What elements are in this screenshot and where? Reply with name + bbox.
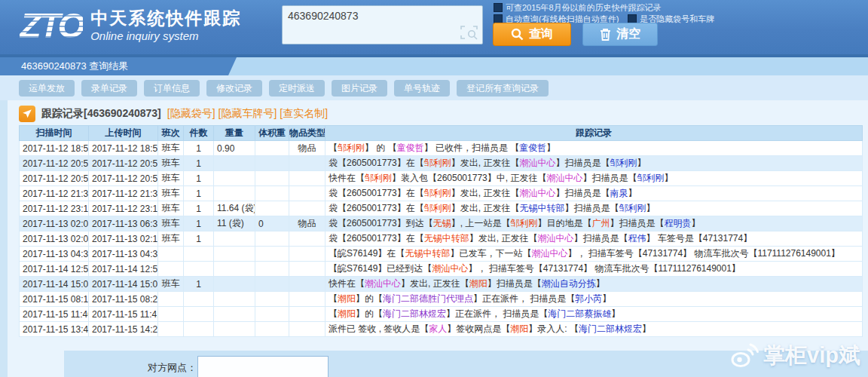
record-segment: 郭小芮 — [575, 293, 602, 304]
column-header: 体积重 — [255, 126, 289, 141]
record-segment: 海门二部德胜门代理点 — [383, 293, 473, 304]
toolbar-button-7[interactable]: 单号轨迹 — [394, 80, 450, 97]
cell-scan-time: 2017-11-14 15:06 — [20, 277, 89, 292]
cell-upload-time: 2017-11-12 21:39 — [89, 186, 158, 201]
record-segment: 潮汕中心 — [537, 233, 573, 244]
cell-weight: 11.64 (袋) — [214, 201, 255, 216]
toolbar-button-6[interactable]: 图片记录 — [332, 80, 387, 97]
record-segment: 潮汕中心 — [365, 278, 401, 289]
record-segment: 邹利刚 — [610, 158, 637, 168]
cell-tracking-record: 袋【2605001773】到达【无锡】, 上一站是【邹利刚】目的地是【广州】扫描… — [326, 216, 863, 231]
cell-pieces: 1 — [184, 231, 214, 247]
record-segment: 】 — [602, 293, 611, 304]
cell-upload-time: 2017-11-13 02:10 — [89, 231, 158, 247]
send-plane-icon — [19, 106, 35, 122]
record-segment: 袋【2605001773】到达【 — [329, 218, 433, 228]
record-segment: 广州 — [591, 218, 610, 228]
cell-scan-time: 2017-11-12 21:39 — [20, 186, 89, 201]
toolbar-button-4[interactable]: 修改记录 — [206, 80, 262, 97]
cell-volume-weight — [255, 231, 289, 247]
cell-shift — [158, 247, 184, 262]
cell-item-type — [289, 292, 326, 307]
cell-tracking-record: 快件在【潮汕中心】发出, 正发往【潮阳】扫描员是【潮汕自动分拣】 — [326, 277, 863, 292]
clear-button[interactable]: 清空 — [582, 23, 658, 46]
cell-volume-weight — [255, 141, 289, 156]
cell-shift: 班车 — [158, 186, 184, 201]
cell-upload-time: 2017-11-15 08:21 — [89, 292, 158, 307]
cell-weight — [214, 231, 255, 247]
record-segment: 潮汕中心 — [432, 263, 468, 274]
cell-weight — [214, 322, 255, 337]
tracking-link-2[interactable]: [隐藏车牌号] — [219, 107, 277, 121]
history-checkbox[interactable] — [494, 3, 503, 12]
record-segment: 派件已 签收 , 签收人是【 — [329, 323, 429, 334]
tracking-link-3[interactable]: [查实名制] — [280, 107, 328, 121]
peer-site-input[interactable] — [197, 356, 329, 377]
record-segment: 】 — [642, 323, 651, 334]
record-segment: 】 — [646, 203, 655, 213]
cell-upload-time: 2017-11-14 15:06 — [89, 277, 158, 292]
cell-item-type: 物品 — [289, 141, 326, 156]
cell-pieces: 1 — [184, 186, 214, 201]
cell-weight — [214, 277, 255, 292]
app-window: ZTO 中天系统快件跟踪 Online inquiry system 可查201… — [0, 0, 868, 377]
cell-item-type: 物品 — [289, 216, 326, 231]
record-segment: 程伟 — [628, 233, 646, 244]
record-segment: 】的【 — [356, 293, 383, 304]
record-segment: 】发出, 正发往【 — [401, 278, 469, 289]
cell-upload-time: 2017-11-15 11:41 — [89, 307, 158, 322]
record-segment: 潮阳 — [469, 278, 487, 289]
cell-item-type — [289, 186, 326, 201]
header-options: 可查2015年8月份以前的历史快件跟踪记录 自动查询(有线枪扫描自动查件) 是否… — [494, 2, 714, 24]
toolbar-button-1[interactable]: 运单发放 — [19, 80, 75, 97]
cell-pieces: 1 — [184, 171, 214, 186]
record-segment: 】发出, 正发往【 — [451, 188, 520, 198]
toolbar-button-2[interactable]: 录单记录 — [81, 80, 137, 97]
search-button[interactable]: 查询 — [493, 23, 571, 46]
tracking-section-title: 跟踪记录[463690240873] — [41, 107, 161, 121]
cell-tracking-record: 【潮阳】的【海门二部德胜门代理点】正在派件， 扫描员是【郭小芮】 — [326, 292, 863, 307]
left-margin-strip — [0, 100, 8, 377]
cell-volume-weight — [255, 292, 289, 307]
record-segment: 【 — [329, 308, 338, 319]
toolbar-button-3[interactable]: 订单信息 — [144, 80, 200, 97]
scan-search-icon[interactable] — [460, 26, 478, 40]
column-header: 扫描时间 — [20, 126, 89, 141]
result-tab-label: 463690240873 查询结果 — [21, 60, 128, 72]
tracking-number-input[interactable] — [282, 5, 483, 44]
table-row: 2017-11-12 23:172017-11-12 23:19班车111.64… — [20, 201, 863, 216]
cell-volume-weight — [255, 322, 289, 337]
record-segment: 邹利刚 — [424, 203, 451, 213]
cell-pieces: 1 — [184, 141, 214, 156]
cell-tracking-record: 派件已 签收 , 签收人是【家人】签收网点是【潮阳】录入人: 【海门二部林煜宏】 — [326, 322, 863, 337]
cell-upload-time: 2017-11-12 20:53 — [89, 156, 158, 171]
cell-scan-time: 2017-11-12 20:50 — [20, 156, 89, 171]
toolbar-button-5[interactable]: 定时派送 — [269, 80, 325, 97]
cell-scan-time: 2017-11-13 02:09 — [20, 231, 89, 247]
cell-pieces — [184, 292, 214, 307]
cell-upload-time: 2017-11-13 06:32 — [89, 216, 158, 231]
record-segment: 南泉 — [610, 188, 628, 198]
record-segment: 】发出, 正发往【 — [451, 158, 520, 168]
tracking-link-1[interactable]: [隐藏袋号] — [167, 107, 215, 121]
watermark: 掌柜vip斌 — [729, 341, 860, 371]
cell-scan-time: 2017-11-15 11:40 — [20, 307, 89, 322]
cell-volume-weight — [255, 171, 289, 186]
peer-site-label: 对方网点： — [148, 361, 197, 375]
result-tab: 463690240873 查询结果 — [0, 57, 237, 75]
table-row: 2017-11-12 18:542017-11-12 18:57班车10.90物… — [20, 141, 863, 156]
record-segment: 袋【2605001773】在【 — [329, 203, 424, 213]
record-segment: 邹利刚 — [365, 173, 392, 183]
cell-pieces — [184, 247, 214, 262]
cell-scan-time: 2017-11-13 04:36 — [20, 247, 89, 262]
cell-weight: 0.90 — [214, 141, 255, 156]
record-segment: 】， 扫描车签号【47131774】 物流车批次号【11711127614900… — [468, 263, 741, 274]
cell-pieces — [184, 322, 214, 337]
cell-scan-time: 2017-11-13 02:08 — [20, 216, 89, 231]
cell-shift: 班车 — [158, 141, 184, 156]
record-segment: 童俊哲 — [397, 143, 424, 153]
column-header: 上传时间 — [89, 126, 158, 141]
toolbar-button-8[interactable]: 登记所有查询记录 — [457, 80, 549, 97]
cell-item-type — [289, 231, 326, 247]
magnifier-icon — [511, 28, 524, 41]
